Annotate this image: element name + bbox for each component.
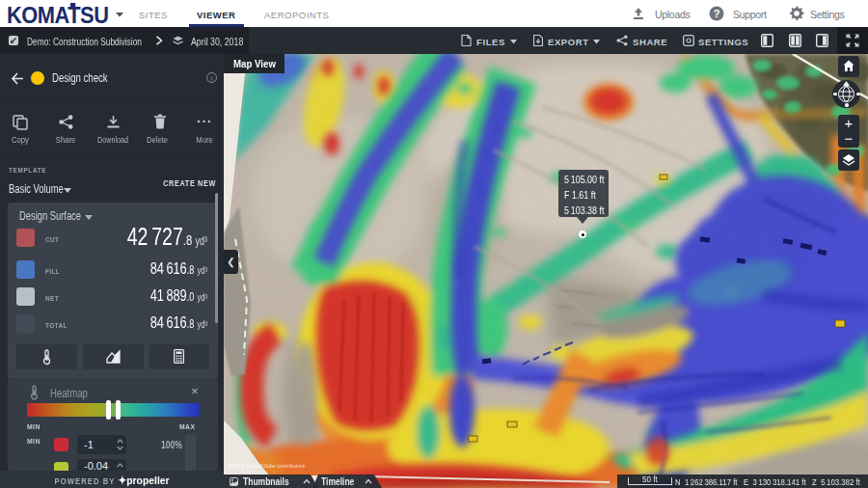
svg-text:?: ?	[714, 8, 720, 19]
svg-text:KOMATSU: KOMATSU	[7, 3, 108, 25]
svg-text:©ESRI, DigitalGlobe contributo: ©ESRI, DigitalGlobe contributors	[228, 463, 305, 469]
